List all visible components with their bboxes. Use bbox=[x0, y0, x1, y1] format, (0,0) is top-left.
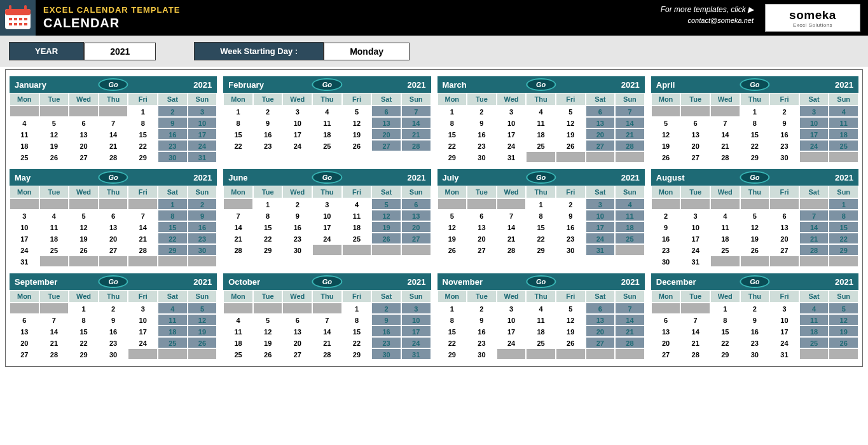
day-cell[interactable]: 2 bbox=[253, 106, 283, 117]
day-cell[interactable]: 4 bbox=[10, 117, 39, 128]
day-cell[interactable]: 10 bbox=[10, 221, 39, 233]
day-cell[interactable]: 22 bbox=[740, 140, 770, 151]
day-cell[interactable]: 1 bbox=[526, 198, 556, 210]
day-cell[interactable]: 16 bbox=[467, 325, 497, 337]
day-cell[interactable]: 9 bbox=[769, 117, 799, 128]
day-cell[interactable]: 18 bbox=[39, 233, 69, 244]
day-cell[interactable]: 22 bbox=[128, 140, 158, 151]
go-button[interactable]: Go bbox=[312, 275, 342, 288]
day-cell[interactable]: 24 bbox=[586, 233, 616, 244]
day-cell[interactable]: 20 bbox=[69, 140, 99, 151]
day-cell[interactable]: 27 bbox=[467, 244, 497, 256]
go-button[interactable]: Go bbox=[740, 171, 769, 184]
day-cell[interactable]: 1 bbox=[253, 198, 283, 210]
day-cell[interactable]: 9 bbox=[651, 221, 681, 233]
day-cell[interactable]: 7 bbox=[680, 314, 710, 325]
day-cell[interactable]: 3 bbox=[128, 303, 158, 314]
day-cell[interactable]: 10 bbox=[680, 221, 710, 233]
day-cell[interactable]: 24 bbox=[401, 337, 431, 348]
day-cell[interactable]: 7 bbox=[128, 210, 158, 221]
day-cell[interactable]: 12 bbox=[253, 325, 283, 337]
day-cell[interactable]: 22 bbox=[710, 337, 740, 348]
day-cell[interactable]: 19 bbox=[740, 233, 770, 244]
day-cell[interactable]: 5 bbox=[371, 198, 401, 210]
day-cell[interactable]: 22 bbox=[829, 233, 858, 244]
day-cell[interactable]: 18 bbox=[342, 221, 372, 233]
day-cell[interactable]: 15 bbox=[740, 128, 770, 140]
day-cell[interactable]: 24 bbox=[282, 140, 312, 151]
day-cell[interactable]: 12 bbox=[437, 221, 467, 233]
day-cell[interactable]: 18 bbox=[10, 140, 39, 151]
day-cell[interactable]: 23 bbox=[740, 337, 770, 348]
day-cell[interactable]: 5 bbox=[556, 303, 586, 314]
day-cell[interactable]: 17 bbox=[769, 325, 799, 337]
day-cell[interactable]: 9 bbox=[556, 210, 586, 221]
day-cell[interactable]: 30 bbox=[467, 348, 497, 360]
day-cell[interactable]: 5 bbox=[829, 303, 858, 314]
day-cell[interactable]: 28 bbox=[39, 348, 69, 360]
day-cell[interactable]: 16 bbox=[282, 221, 312, 233]
day-cell[interactable]: 16 bbox=[556, 221, 586, 233]
day-cell[interactable]: 8 bbox=[223, 117, 253, 128]
day-cell[interactable]: 19 bbox=[829, 325, 858, 337]
day-cell[interactable]: 28 bbox=[615, 337, 645, 348]
day-cell[interactable]: 21 bbox=[401, 128, 431, 140]
go-button[interactable]: Go bbox=[740, 78, 769, 91]
day-cell[interactable]: 25 bbox=[158, 337, 188, 348]
day-cell[interactable]: 5 bbox=[253, 314, 283, 325]
day-cell[interactable]: 25 bbox=[312, 140, 342, 151]
day-cell[interactable]: 23 bbox=[99, 337, 128, 348]
day-cell[interactable]: 29 bbox=[342, 348, 372, 360]
day-cell[interactable]: 14 bbox=[615, 117, 645, 128]
day-cell[interactable]: 3 bbox=[497, 106, 527, 117]
day-cell[interactable]: 6 bbox=[99, 210, 128, 221]
day-cell[interactable]: 1 bbox=[342, 303, 372, 314]
day-cell[interactable]: 12 bbox=[39, 128, 69, 140]
day-cell[interactable]: 19 bbox=[556, 325, 586, 337]
day-cell[interactable]: 1 bbox=[128, 106, 158, 117]
day-cell[interactable]: 16 bbox=[651, 233, 681, 244]
day-cell[interactable]: 2 bbox=[158, 106, 188, 117]
day-cell[interactable]: 27 bbox=[371, 140, 401, 151]
day-cell[interactable]: 29 bbox=[128, 151, 158, 163]
day-cell[interactable]: 8 bbox=[526, 210, 556, 221]
day-cell[interactable]: 13 bbox=[651, 325, 681, 337]
day-cell[interactable]: 20 bbox=[10, 337, 39, 348]
day-cell[interactable]: 4 bbox=[829, 106, 858, 117]
day-cell[interactable]: 5 bbox=[740, 210, 770, 221]
go-button[interactable]: Go bbox=[312, 78, 342, 91]
day-cell[interactable]: 3 bbox=[401, 303, 431, 314]
contact-email[interactable]: contact@someka.net bbox=[661, 17, 754, 24]
day-cell[interactable]: 5 bbox=[556, 106, 586, 117]
day-cell[interactable]: 10 bbox=[769, 314, 799, 325]
day-cell[interactable]: 27 bbox=[769, 244, 799, 256]
day-cell[interactable]: 4 bbox=[615, 198, 645, 210]
day-cell[interactable]: 27 bbox=[401, 233, 431, 244]
day-cell[interactable]: 14 bbox=[312, 325, 342, 337]
day-cell[interactable]: 25 bbox=[526, 337, 556, 348]
day-cell[interactable]: 3 bbox=[282, 106, 312, 117]
day-cell[interactable]: 29 bbox=[740, 151, 770, 163]
day-cell[interactable]: 6 bbox=[69, 117, 99, 128]
day-cell[interactable]: 22 bbox=[253, 233, 283, 244]
day-cell[interactable]: 13 bbox=[680, 128, 710, 140]
day-cell[interactable]: 12 bbox=[556, 117, 586, 128]
day-cell[interactable]: 14 bbox=[223, 221, 253, 233]
day-cell[interactable]: 22 bbox=[526, 233, 556, 244]
day-cell[interactable]: 22 bbox=[437, 337, 467, 348]
day-cell[interactable]: 21 bbox=[128, 233, 158, 244]
day-cell[interactable]: 28 bbox=[799, 244, 829, 256]
day-cell[interactable]: 1 bbox=[829, 198, 858, 210]
day-cell[interactable]: 13 bbox=[69, 128, 99, 140]
day-cell[interactable]: 13 bbox=[99, 221, 128, 233]
day-cell[interactable]: 3 bbox=[10, 210, 39, 221]
day-cell[interactable]: 21 bbox=[799, 233, 829, 244]
day-cell[interactable]: 2 bbox=[99, 303, 128, 314]
day-cell[interactable]: 1 bbox=[710, 303, 740, 314]
day-cell[interactable]: 18 bbox=[312, 128, 342, 140]
day-cell[interactable]: 6 bbox=[769, 210, 799, 221]
day-cell[interactable]: 19 bbox=[371, 221, 401, 233]
day-cell[interactable]: 1 bbox=[158, 198, 188, 210]
day-cell[interactable]: 6 bbox=[467, 210, 497, 221]
day-cell[interactable]: 11 bbox=[39, 221, 69, 233]
